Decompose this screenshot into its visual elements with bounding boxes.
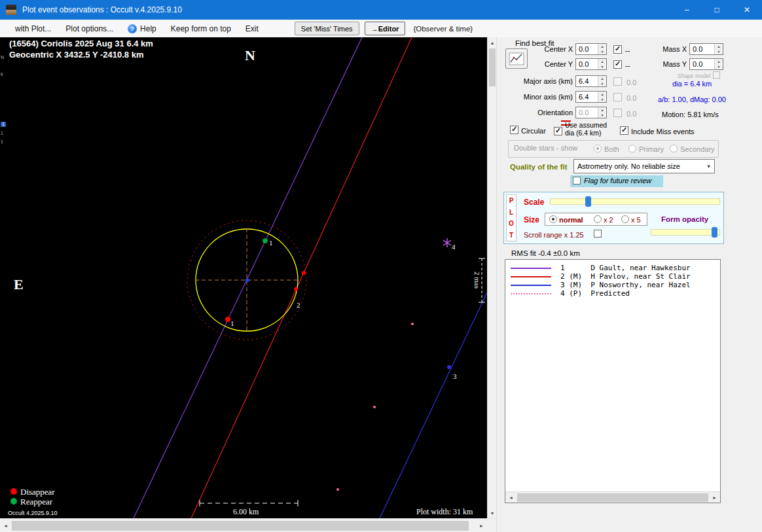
marker-label-4: 4 [452,243,456,251]
set-miss-times-button[interactable]: Set 'Miss' Times [295,22,359,35]
major-axis-checkbox[interactable] [613,77,622,86]
double-stars-both-radio[interactable] [594,145,602,152]
center-marker[interactable] [245,279,249,282]
listbox-horizontal-scrollbar[interactable]: ◄ ► [505,491,720,503]
titlebar[interactable]: Plot event observations : Occult v.4.202… [0,0,762,20]
scroll-range-checkbox[interactable] [594,230,602,238]
predicted-star-marker[interactable] [443,238,451,247]
include-miss-checkbox[interactable] [620,126,628,135]
double-stars-both-label: Both [604,145,619,153]
shape-model-checkbox[interactable] [713,71,720,79]
disappear-marker-1[interactable] [225,317,230,322]
plot-area[interactable]: N ti 1 1 1 [0,37,487,518]
close-button[interactable]: ✕ [732,0,762,20]
minor-axis-spin-buttons[interactable]: ▲▼ [598,92,606,102]
spinner-down-icon[interactable]: ▼ [598,64,606,69]
menu-exit[interactable]: Exit [238,24,266,33]
form-opacity-slider[interactable] [651,226,720,238]
observer-time-label[interactable]: {Observer & time} [413,25,473,33]
spinner-up-icon[interactable]: ▲ [598,76,606,81]
spinner-up-icon[interactable]: ▲ [598,44,606,49]
size-x2-radio[interactable] [594,215,602,223]
spinner-up-icon[interactable]: ▲ [598,59,606,64]
spinner-down-icon[interactable]: ▼ [598,97,606,102]
center-y-spinner[interactable]: 0.0 ▲▼ [575,58,607,70]
minor-axis-checkbox[interactable] [613,93,622,101]
orientation-spin-buttons[interactable]: ▲▼ [598,107,606,118]
spinner-down-icon[interactable]: ▼ [598,113,606,118]
spinner-down-icon[interactable]: ▼ [598,81,606,86]
mass-x-spin-buttons[interactable]: ▲▼ [714,44,723,54]
mass-y-spinner[interactable]: 0.0 ▲▼ [689,58,723,70]
predicted-chord-dots [336,323,414,491]
listbox-scroll-left-button[interactable]: ◄ [505,492,517,503]
mass-y-value: 0.0 [690,59,714,69]
spinner-down-icon[interactable]: ▼ [598,49,606,54]
center-x-checkbox[interactable] [613,45,622,54]
major-axis-spinner[interactable]: 6.4 ▲▼ [575,75,607,87]
maximize-button[interactable]: □ [702,0,732,20]
size-x5-radio[interactable] [621,215,629,223]
double-stars-primary-radio[interactable] [628,145,636,152]
use-assumed-checkbox[interactable] [554,127,562,135]
disappear-marker-2b[interactable] [294,287,298,291]
center-x-spinner[interactable]: 0.0 ▲▼ [575,43,607,55]
menu-help-label: Help [140,24,156,33]
plot-vertical-scrollbar[interactable]: ▲ ▼ [487,37,496,518]
double-stars-secondary-radio[interactable] [670,145,678,152]
listbox-scroll-thumb[interactable] [517,493,708,502]
center-y-spin-buttons[interactable]: ▲▼ [598,59,606,69]
menu-help[interactable]: ? Help [120,24,164,33]
chord-3-marker[interactable] [447,365,451,369]
predicted-dot [336,488,339,491]
minor-axis-spinner[interactable]: 6.4 ▲▼ [575,91,607,103]
minimize-button[interactable]: – [672,0,702,20]
scroll-left-button[interactable]: ◄ [0,519,11,532]
observation-row[interactable]: 3 (M) P Nosworthy, near Hazel [511,281,720,289]
spinner-down-icon[interactable]: ▼ [715,49,723,54]
horizontal-scroll-thumb[interactable] [12,521,469,531]
scale-slider-thumb[interactable] [585,196,591,207]
disappear-marker-2[interactable] [302,271,306,275]
circular-checkbox[interactable] [510,126,518,134]
vertical-scroll-thumb[interactable] [489,48,496,86]
plot-horizontal-scrollbar[interactable]: ◄ ► [0,518,496,532]
orientation-checkbox[interactable] [613,109,622,117]
observation-row[interactable]: 4 (P) Predicted [511,289,720,298]
scroll-up-button[interactable]: ▲ [488,37,497,48]
scroll-right-button[interactable]: ► [476,519,487,532]
center-x-spin-buttons[interactable]: ▲▼ [598,44,606,54]
center-y-checkbox[interactable] [613,60,622,69]
spinner-down-icon[interactable]: ▼ [715,64,723,69]
chord-3-line[interactable] [380,293,487,518]
form-opacity-slider-thumb[interactable] [712,227,717,238]
major-axis-spin-buttons[interactable]: ▲▼ [598,76,606,86]
menu-keep-on-top[interactable]: Keep form on top [164,24,238,33]
menu-with-plot[interactable]: with Plot... [8,24,58,33]
background-window-fragment: 1 [1,139,3,145]
mass-x-spinner[interactable]: 0.0 ▲▼ [689,43,723,55]
chord-2-line[interactable] [191,37,412,518]
flag-review-checkbox[interactable] [573,177,581,185]
spinner-up-icon[interactable]: ▲ [715,59,723,64]
orientation-spinner[interactable]: 0.0 ▲▼ [575,107,607,118]
size-normal-radio[interactable] [549,215,557,223]
spinner-up-icon[interactable]: ▲ [598,92,606,97]
spinner-up-icon[interactable]: ▲ [598,107,606,113]
scale-slider[interactable] [550,196,720,207]
observation-row[interactable]: 1 D Gault, near Hawkesbur [511,264,720,272]
menu-plot-options[interactable]: Plot options... [58,24,120,33]
occult-plot-window: Plot event observations : Occult v.4.202… [0,0,762,532]
observations-listbox[interactable]: 1 D Gault, near Hawkesbur 2 (M) H Pavlov… [505,259,721,503]
quality-dropdown[interactable]: Astrometry only. No reliable size ▾ [573,159,715,173]
scale-slider-track[interactable] [550,198,720,205]
observation-row[interactable]: 2 (M) H Pavlov, near St Clair [511,272,720,281]
mass-y-spin-buttons[interactable]: ▲▼ [714,59,723,69]
reappear-marker-1[interactable] [263,238,268,243]
chord-1-line[interactable] [134,37,362,518]
spinner-up-icon[interactable]: ▲ [715,44,723,49]
listbox-scroll-right-button[interactable]: ► [709,492,720,503]
editor-button[interactable]: →Editor [365,22,406,35]
scroll-down-button[interactable]: ▼ [488,508,497,518]
form-opacity-slider-track[interactable] [651,229,720,236]
